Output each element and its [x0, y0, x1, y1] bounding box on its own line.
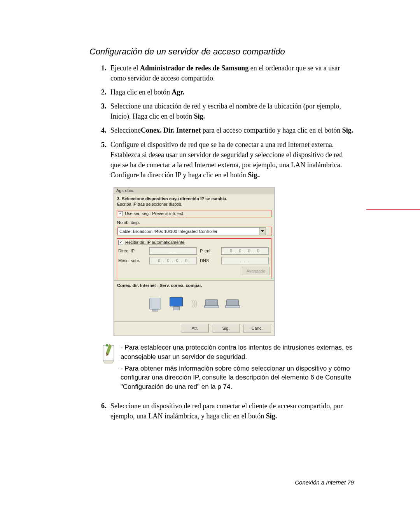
device-select-value: Cable: Broadcom 440x 10/100 Integrated C…: [118, 229, 259, 234]
back-button[interactable]: Atr.: [181, 324, 209, 332]
step-2: Haga clic en el botón Agr.: [108, 87, 354, 97]
monitor-icon: [170, 297, 183, 310]
laptop-icon: [205, 299, 218, 308]
dialog-step-hint: Escriba IP tras seleccionar dispos.: [117, 202, 271, 206]
dialog-step-label: 3. Seleccione dispositivo cuya dirección…: [117, 196, 271, 201]
gateway-label: P. enl.: [200, 248, 221, 253]
dialog-title: Agr. ubic.: [114, 187, 274, 194]
note-block: - Para establecer una protección contra …: [96, 343, 354, 392]
use-security-server-row: Use ser. seg.: Prevenir intr. ext.: [117, 210, 271, 217]
gateway-field[interactable]: 0 . 0 . 0 . 0: [221, 247, 269, 255]
dialog-add-location: Agr. ubic. 3. Seleccione dispositivo cuy…: [114, 187, 275, 336]
step-1: Ejecute el Administrador de redes de Sam…: [108, 63, 354, 83]
section-heading: Configuración de un servidor de acceso c…: [89, 47, 354, 57]
auto-ip-checkbox[interactable]: [118, 240, 123, 245]
step-3: Seleccione una ubicación de red y escrib…: [108, 101, 354, 121]
steps-list: Ejecute el Administrador de redes de Sam…: [108, 63, 354, 180]
wireless-icon: ))): [191, 299, 197, 308]
step-6: Seleccione un dispositivo de red para co…: [108, 401, 354, 421]
note-icon: [96, 343, 121, 365]
laptop-icon: [226, 299, 239, 308]
svg-point-1: [106, 344, 108, 346]
cancel-button[interactable]: Canc.: [243, 324, 271, 332]
ip-field[interactable]: . . .: [149, 247, 197, 255]
mask-field[interactable]: 0 . 0 . 0 . 0: [149, 257, 197, 264]
step-5: Configure el dispositivo de red que se h…: [108, 140, 354, 180]
next-button[interactable]: Sig.: [212, 324, 240, 332]
steps-list-cont: Seleccione un dispositivo de red para co…: [108, 401, 354, 421]
dns-label: DNS: [200, 258, 221, 263]
mask-label: Másc. subr.: [118, 258, 149, 263]
chevron-down-icon[interactable]: [259, 228, 266, 235]
note-line-2: - Para obtener más información sobre cóm…: [121, 364, 354, 392]
auto-ip-label: Recibir dir. IP automáticamente: [125, 240, 185, 245]
use-security-server-checkbox[interactable]: [118, 211, 123, 216]
page-footer: Conexión a Internet 79: [295, 479, 354, 486]
pc-icon: [149, 298, 161, 310]
ics-diagram: ))): [117, 289, 271, 318]
advanced-button[interactable]: Avanzado: [242, 267, 270, 275]
ip-label: Direc. IP: [118, 248, 149, 253]
dns-field[interactable]: . . .: [221, 257, 269, 264]
dialog-footer: Atr. Sig. Canc.: [114, 321, 274, 336]
device-row: Cable: Broadcom 440x 10/100 Integrated C…: [117, 227, 271, 236]
step-4: SeleccioneConex. Dir. Internet para el a…: [108, 125, 354, 135]
device-select[interactable]: Cable: Broadcom 440x 10/100 Integrated C…: [117, 227, 266, 235]
use-security-server-label: Use ser. seg.: Prevenir intr. ext.: [125, 211, 184, 216]
note-line-1: - Para establecer una protección contra …: [121, 343, 354, 362]
ics-section-label: Conex. dir. Internet - Serv. conex. comp…: [117, 283, 271, 288]
ip-config-group: Recibir dir. IP automáticamente Direc. I…: [117, 239, 271, 279]
device-name-label: Nomb. disp.: [117, 220, 140, 225]
